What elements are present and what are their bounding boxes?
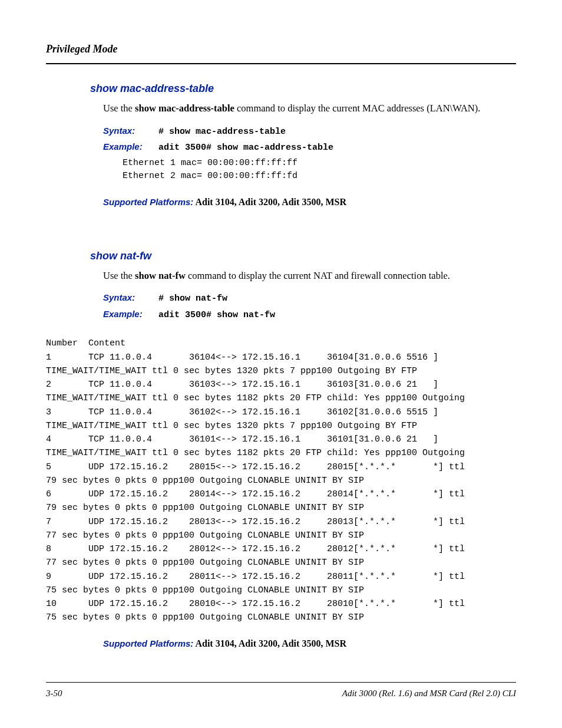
platforms-label-1: Supported Platforms: (103, 197, 193, 207)
platforms-section-2: Supported Platforms: Adit 3104, Adit 320… (90, 637, 516, 651)
syntax-row-2: Syntax: # show nat-fw (103, 291, 516, 306)
desc-bold-1: show mac-address-table (135, 103, 234, 114)
footer-page-number: 3-50 (46, 687, 62, 700)
section-show-nat-fw: show nat-fw Use the show nat-fw command … (90, 248, 516, 322)
syntax-code-1: # show mac-address-table (158, 127, 286, 137)
terminal-output: Number Content 1 TCP 11.0.0.4 36104<--> … (46, 337, 516, 624)
header-rule (46, 63, 516, 64)
platforms-value-2: Adit 3104, Adit 3200, Adit 3500, MSR (193, 638, 346, 648)
section-title-2: show nat-fw (90, 248, 516, 264)
example-row-1: Example: adit 3500# show mac-address-tab… (103, 140, 516, 155)
syntax-row-1: Syntax: # show mac-address-table (103, 124, 516, 139)
desc-suffix-1: command to display the current MAC addre… (234, 103, 480, 114)
page-header: Privileged Mode (46, 41, 516, 57)
section-show-mac-address-table: show mac-address-table Use the show mac-… (90, 81, 516, 210)
description-1: Use the show mac-address-table command t… (103, 101, 516, 116)
description-2: Use the show nat-fw command to display t… (103, 269, 516, 284)
example-code-2: adit 3500# show nat-fw (158, 310, 275, 320)
platforms-label-2: Supported Platforms: (103, 638, 193, 648)
platforms-1: Supported Platforms: Adit 3104, Adit 320… (103, 195, 516, 210)
example-code-1: adit 3500# show mac-address-table (158, 143, 333, 153)
syntax-code-2: # show nat-fw (158, 294, 227, 304)
example-output-1: Ethernet 1 mac= 00:00:00:ff:ff:ff Ethern… (123, 157, 516, 183)
page-footer: 3-50 Adit 3000 (Rel. 1.6) and MSR Card (… (46, 682, 516, 700)
syntax-label-2: Syntax: (103, 291, 153, 305)
desc-prefix-1: Use the (103, 103, 135, 114)
example-row-2: Example: adit 3500# show nat-fw (103, 308, 516, 322)
desc-prefix-2: Use the (103, 270, 135, 281)
section-title-1: show mac-address-table (90, 81, 516, 97)
platforms-value-1: Adit 3104, Adit 3200, Adit 3500, MSR (193, 197, 346, 207)
syntax-label-1: Syntax: (103, 124, 153, 138)
desc-bold-2: show nat-fw (135, 270, 186, 281)
platforms-2: Supported Platforms: Adit 3104, Adit 320… (103, 637, 516, 651)
example-label-1: Example: (103, 140, 153, 154)
desc-suffix-2: command to display the current NAT and f… (186, 270, 450, 281)
example-label-2: Example: (103, 308, 153, 321)
footer-doc-title: Adit 3000 (Rel. 1.6) and MSR Card (Rel 2… (342, 687, 516, 700)
